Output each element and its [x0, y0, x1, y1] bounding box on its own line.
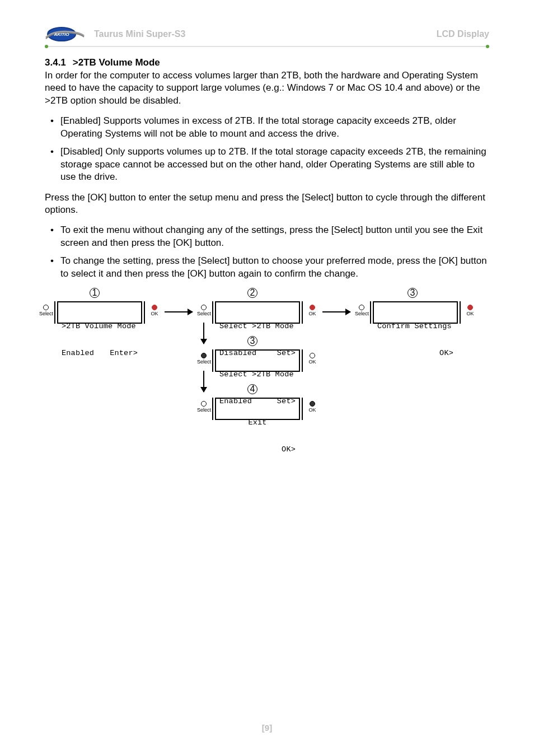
step-marker-2: 2 — [247, 288, 257, 298]
arrow-right-icon — [165, 311, 193, 312]
step-marker-4: 4 — [247, 384, 257, 394]
list-item: [Enabled] Supports volumes in excess of … — [45, 115, 489, 140]
list-item: [Disabled] Only supports volumes up to 2… — [45, 146, 489, 183]
page-number: [9] — [0, 723, 534, 732]
select-button-label: Select — [197, 305, 210, 316]
header-rule — [45, 46, 489, 47]
arrow-down-icon — [203, 371, 204, 392]
lcd-panel-2: Select >2TB Mode DisabledSet> — [215, 301, 300, 324]
bullet-list-instructions: To exit the menu without changing any of… — [45, 224, 489, 280]
select-button-label: Select — [39, 305, 53, 316]
lcd-panel-1: >2TB Volume Mode EnabledEnter> — [57, 301, 142, 324]
lcd-panel-confirm: Confirm Settings OK> — [373, 301, 458, 324]
header-right: LCD Display — [437, 29, 489, 39]
select-button-label: Select — [197, 353, 210, 365]
ok-button-label: OK — [463, 305, 477, 316]
select-button-label: Select — [355, 305, 368, 316]
brand-logo: AKITIO — [45, 25, 85, 44]
menu-flow-diagram: 1 2 3 Select >2TB Volume Mode EnabledEnt… — [45, 288, 489, 433]
intro-paragraph: In order for the computer to access volu… — [45, 69, 489, 107]
arrow-down-icon — [203, 323, 204, 344]
list-item: To exit the menu without changing any of… — [45, 224, 489, 249]
select-button-label: Select — [197, 401, 210, 413]
step-marker-3-mid: 3 — [247, 336, 257, 346]
press-paragraph: Press the [OK] button to enter the setup… — [45, 192, 489, 217]
header-left: Taurus Mini Super-S3 — [94, 29, 185, 39]
ok-button-label: OK — [306, 305, 319, 316]
step-marker-3-top: 3 — [407, 288, 418, 298]
section-heading: 3.4.1>2TB Volume Mode — [45, 57, 489, 68]
arrow-right-icon — [322, 311, 350, 312]
list-item: To change the setting, press the [Select… — [45, 255, 489, 280]
bullet-list-modes: [Enabled] Supports volumes in excess of … — [45, 115, 489, 183]
ok-button-label: OK — [306, 353, 319, 365]
lcd-panel-3: Select >2TB Mode EnabledSet> — [215, 349, 300, 372]
ok-button-label: OK — [148, 305, 161, 316]
ok-button-label: OK — [306, 401, 319, 413]
lcd-panel-exit: Exit OK> — [215, 398, 300, 420]
step-marker-1: 1 — [90, 288, 100, 298]
page-header: AKITIO Taurus Mini Super-S3 LCD Display — [45, 25, 489, 44]
svg-text:AKITIO: AKITIO — [53, 32, 69, 37]
